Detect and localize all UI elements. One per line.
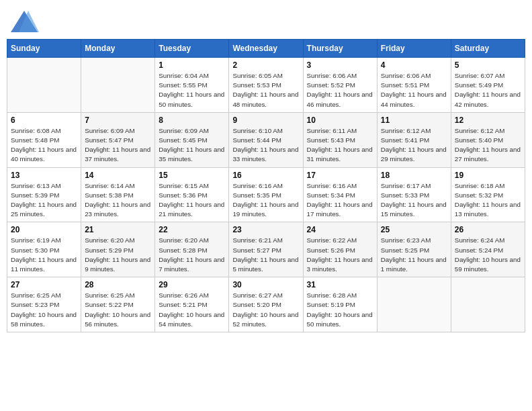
calendar-week-row: 13Sunrise: 6:13 AM Sunset: 5:39 PM Dayli… [7, 167, 525, 222]
day-info: Sunrise: 6:08 AM Sunset: 5:48 PM Dayligh… [11, 126, 77, 165]
day-info: Sunrise: 6:27 AM Sunset: 5:20 PM Dayligh… [232, 291, 299, 329]
calendar-day-cell [81, 58, 155, 113]
calendar-day-cell: 12Sunrise: 6:12 AM Sunset: 5:40 PM Dayli… [451, 112, 525, 167]
calendar-day-cell [451, 277, 525, 332]
day-info: Sunrise: 6:05 AM Sunset: 5:53 PM Dayligh… [232, 71, 299, 109]
day-number: 15 [159, 171, 225, 180]
day-info: Sunrise: 6:07 AM Sunset: 5:49 PM Dayligh… [455, 71, 521, 109]
day-number: 16 [232, 171, 299, 180]
day-number: 29 [159, 280, 225, 289]
weekday-header: Saturday [451, 40, 525, 58]
day-number: 3 [307, 60, 373, 70]
day-number: 28 [85, 280, 151, 289]
calendar-day-cell [377, 277, 451, 332]
weekday-header: Sunday [7, 40, 81, 58]
calendar-week-row: 1Sunrise: 6:04 AM Sunset: 5:55 PM Daylig… [7, 58, 525, 113]
weekday-header: Friday [377, 40, 451, 58]
logo [9, 9, 40, 34]
day-number: 7 [85, 116, 151, 125]
calendar-day-cell: 19Sunrise: 6:18 AM Sunset: 5:32 PM Dayli… [451, 167, 525, 222]
day-number: 30 [232, 280, 299, 289]
day-info: Sunrise: 6:16 AM Sunset: 5:34 PM Dayligh… [307, 181, 373, 220]
weekday-header-row: SundayMondayTuesdayWednesdayThursdayFrid… [7, 40, 525, 58]
day-number: 18 [381, 171, 447, 180]
day-number: 21 [85, 225, 151, 234]
weekday-header: Monday [81, 40, 155, 58]
calendar-day-cell: 22Sunrise: 6:20 AM Sunset: 5:28 PM Dayli… [155, 222, 229, 277]
day-number: 13 [11, 171, 77, 180]
day-info: Sunrise: 6:28 AM Sunset: 5:19 PM Dayligh… [307, 291, 373, 329]
calendar-day-cell: 2Sunrise: 6:05 AM Sunset: 5:53 PM Daylig… [229, 58, 303, 113]
day-number: 10 [307, 116, 373, 125]
day-number: 26 [455, 225, 521, 234]
calendar-week-row: 20Sunrise: 6:19 AM Sunset: 5:30 PM Dayli… [7, 222, 525, 277]
day-info: Sunrise: 6:25 AM Sunset: 5:23 PM Dayligh… [11, 291, 77, 329]
calendar-day-cell: 5Sunrise: 6:07 AM Sunset: 5:49 PM Daylig… [451, 58, 525, 113]
day-number: 5 [455, 60, 521, 70]
day-info: Sunrise: 6:19 AM Sunset: 5:30 PM Dayligh… [11, 236, 77, 274]
day-info: Sunrise: 6:26 AM Sunset: 5:21 PM Dayligh… [159, 291, 225, 329]
day-info: Sunrise: 6:09 AM Sunset: 5:47 PM Dayligh… [85, 126, 151, 165]
weekday-header: Tuesday [155, 40, 229, 58]
calendar-day-cell: 4Sunrise: 6:06 AM Sunset: 5:51 PM Daylig… [377, 58, 451, 113]
day-number: 24 [307, 225, 373, 234]
calendar-day-cell: 7Sunrise: 6:09 AM Sunset: 5:47 PM Daylig… [81, 112, 155, 167]
calendar-day-cell: 20Sunrise: 6:19 AM Sunset: 5:30 PM Dayli… [7, 222, 81, 277]
calendar-day-cell: 26Sunrise: 6:24 AM Sunset: 5:24 PM Dayli… [451, 222, 525, 277]
calendar-day-cell: 23Sunrise: 6:21 AM Sunset: 5:27 PM Dayli… [229, 222, 303, 277]
day-info: Sunrise: 6:09 AM Sunset: 5:45 PM Dayligh… [159, 126, 225, 165]
calendar-day-cell: 21Sunrise: 6:20 AM Sunset: 5:29 PM Dayli… [81, 222, 155, 277]
calendar-day-cell: 29Sunrise: 6:26 AM Sunset: 5:21 PM Dayli… [155, 277, 229, 332]
day-number: 6 [11, 116, 77, 125]
calendar-day-cell: 17Sunrise: 6:16 AM Sunset: 5:34 PM Dayli… [303, 167, 377, 222]
day-info: Sunrise: 6:15 AM Sunset: 5:36 PM Dayligh… [159, 181, 225, 220]
weekday-header: Wednesday [229, 40, 303, 58]
day-number: 9 [232, 116, 299, 125]
day-info: Sunrise: 6:17 AM Sunset: 5:33 PM Dayligh… [381, 181, 447, 220]
calendar-day-cell: 18Sunrise: 6:17 AM Sunset: 5:33 PM Dayli… [377, 167, 451, 222]
day-info: Sunrise: 6:16 AM Sunset: 5:35 PM Dayligh… [232, 181, 299, 220]
calendar-day-cell: 24Sunrise: 6:22 AM Sunset: 5:26 PM Dayli… [303, 222, 377, 277]
calendar-day-cell: 15Sunrise: 6:15 AM Sunset: 5:36 PM Dayli… [155, 167, 229, 222]
day-info: Sunrise: 6:06 AM Sunset: 5:52 PM Dayligh… [307, 71, 373, 109]
day-info: Sunrise: 6:23 AM Sunset: 5:25 PM Dayligh… [381, 236, 447, 274]
calendar-day-cell: 8Sunrise: 6:09 AM Sunset: 5:45 PM Daylig… [155, 112, 229, 167]
day-number: 22 [159, 225, 225, 234]
day-number: 14 [85, 171, 151, 180]
day-info: Sunrise: 6:20 AM Sunset: 5:29 PM Dayligh… [85, 236, 151, 274]
day-info: Sunrise: 6:10 AM Sunset: 5:44 PM Dayligh… [232, 126, 299, 165]
day-number: 12 [455, 116, 521, 125]
calendar-day-cell: 11Sunrise: 6:12 AM Sunset: 5:41 PM Dayli… [377, 112, 451, 167]
day-number: 1 [159, 60, 225, 70]
day-number: 11 [381, 116, 447, 125]
day-number: 17 [307, 171, 373, 180]
calendar-day-cell: 30Sunrise: 6:27 AM Sunset: 5:20 PM Dayli… [229, 277, 303, 332]
calendar-day-cell: 16Sunrise: 6:16 AM Sunset: 5:35 PM Dayli… [229, 167, 303, 222]
calendar-day-cell: 14Sunrise: 6:14 AM Sunset: 5:38 PM Dayli… [81, 167, 155, 222]
day-number: 31 [307, 280, 373, 289]
day-info: Sunrise: 6:12 AM Sunset: 5:41 PM Dayligh… [381, 126, 447, 165]
day-info: Sunrise: 6:24 AM Sunset: 5:24 PM Dayligh… [455, 236, 521, 274]
day-number: 27 [11, 280, 77, 289]
day-info: Sunrise: 6:11 AM Sunset: 5:43 PM Dayligh… [307, 126, 373, 165]
calendar-day-cell: 3Sunrise: 6:06 AM Sunset: 5:52 PM Daylig… [303, 58, 377, 113]
day-number: 25 [381, 225, 447, 234]
day-info: Sunrise: 6:21 AM Sunset: 5:27 PM Dayligh… [232, 236, 299, 274]
calendar-week-row: 6Sunrise: 6:08 AM Sunset: 5:48 PM Daylig… [7, 112, 525, 167]
day-info: Sunrise: 6:25 AM Sunset: 5:22 PM Dayligh… [85, 291, 151, 329]
day-number: 2 [232, 60, 299, 70]
day-number: 8 [159, 116, 225, 125]
calendar-day-cell: 25Sunrise: 6:23 AM Sunset: 5:25 PM Dayli… [377, 222, 451, 277]
calendar-day-cell: 13Sunrise: 6:13 AM Sunset: 5:39 PM Dayli… [7, 167, 81, 222]
calendar-day-cell: 27Sunrise: 6:25 AM Sunset: 5:23 PM Dayli… [7, 277, 81, 332]
calendar-day-cell: 31Sunrise: 6:28 AM Sunset: 5:19 PM Dayli… [303, 277, 377, 332]
day-info: Sunrise: 6:04 AM Sunset: 5:55 PM Dayligh… [159, 71, 225, 109]
calendar-day-cell [7, 58, 81, 113]
calendar-day-cell: 28Sunrise: 6:25 AM Sunset: 5:22 PM Dayli… [81, 277, 155, 332]
day-info: Sunrise: 6:18 AM Sunset: 5:32 PM Dayligh… [455, 181, 521, 220]
day-info: Sunrise: 6:12 AM Sunset: 5:40 PM Dayligh… [455, 126, 521, 165]
day-number: 19 [455, 171, 521, 180]
day-info: Sunrise: 6:20 AM Sunset: 5:28 PM Dayligh… [159, 236, 225, 274]
calendar-day-cell: 9Sunrise: 6:10 AM Sunset: 5:44 PM Daylig… [229, 112, 303, 167]
day-info: Sunrise: 6:14 AM Sunset: 5:38 PM Dayligh… [85, 181, 151, 220]
